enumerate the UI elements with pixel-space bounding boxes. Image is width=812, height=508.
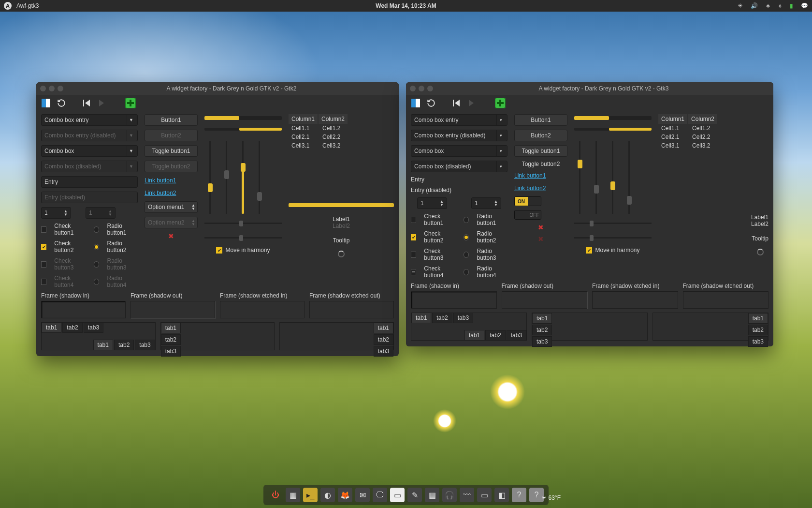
radio1[interactable]	[464, 217, 469, 223]
tab[interactable]: tab1	[374, 323, 393, 333]
bluetooth-icon[interactable]: ∗	[766, 2, 770, 9]
tab[interactable]: tab3	[453, 313, 473, 323]
button1[interactable]: Button1	[145, 114, 198, 126]
tab[interactable]: tab2	[485, 330, 505, 341]
refresh-icon[interactable]	[57, 98, 66, 108]
maximize-icon[interactable]	[58, 86, 63, 91]
check3[interactable]	[411, 252, 416, 258]
document-icon[interactable]: ▭	[390, 488, 405, 502]
tab[interactable]: tab1	[42, 322, 61, 333]
chat-icon[interactable]: 💬	[801, 2, 808, 9]
monitor-icon[interactable]: 🖵	[373, 488, 387, 502]
vslider-2[interactable]	[593, 141, 599, 214]
col-header[interactable]: Column2	[688, 114, 717, 124]
check4[interactable]	[411, 269, 416, 275]
maximize-icon[interactable]	[427, 86, 433, 91]
go-next-icon[interactable]	[98, 98, 108, 108]
tab[interactable]: tab1	[532, 313, 552, 324]
check1[interactable]	[411, 217, 416, 223]
app-icon[interactable]	[41, 98, 51, 108]
combo-box[interactable]: Combo box▼	[41, 145, 138, 157]
firefox-icon[interactable]: 🦊	[338, 488, 352, 502]
entry-field[interactable]: Entry	[41, 176, 138, 188]
hslider-2[interactable]	[574, 234, 652, 241]
vslider-4[interactable]	[256, 141, 262, 214]
help-icon[interactable]: ?	[512, 488, 526, 502]
radio2[interactable]	[94, 244, 99, 250]
add-button[interactable]	[125, 98, 136, 108]
tab[interactable]: tab2	[374, 334, 393, 345]
close-icon[interactable]	[40, 86, 46, 91]
tab[interactable]: tab3	[748, 336, 768, 347]
wifi-icon[interactable]: ⟡	[778, 2, 782, 9]
vslider-3[interactable]	[609, 141, 616, 214]
vslider-1[interactable]	[206, 141, 213, 214]
minimize-icon[interactable]	[419, 86, 424, 91]
calculator-icon[interactable]: ▦	[425, 488, 439, 502]
link2[interactable]: Link button2	[514, 185, 567, 192]
toggle1[interactable]: Toggle button1	[145, 145, 198, 157]
spin-button-2[interactable]: 1▲▼	[471, 197, 501, 209]
minimize-icon[interactable]	[49, 86, 55, 91]
tab[interactable]: tab1	[748, 313, 768, 324]
harmony-check[interactable]: ✔	[216, 247, 222, 254]
tab[interactable]: tab3	[532, 336, 552, 347]
link1[interactable]: Link button1	[145, 177, 198, 184]
hslider-2[interactable]	[204, 234, 282, 241]
toggle1[interactable]: Toggle button1	[514, 145, 567, 157]
switch-off[interactable]: OFF	[514, 210, 541, 220]
tab[interactable]: tab3	[84, 322, 103, 333]
vslider-4[interactable]	[625, 141, 632, 214]
weather-widget[interactable]: ☀ 63°F	[541, 494, 561, 501]
button2[interactable]: Button2	[514, 130, 567, 141]
spin-button[interactable]: 1▲▼	[41, 207, 71, 219]
link2[interactable]: Link button2	[145, 190, 198, 196]
terminal-icon[interactable]: ▸_	[303, 488, 318, 502]
radio4[interactable]	[464, 269, 469, 275]
combo-box[interactable]: Combo box▾	[411, 145, 508, 157]
option-menu1[interactable]: Option menu1▲▼	[145, 201, 198, 213]
col-header[interactable]: Column1	[289, 114, 318, 124]
tab[interactable]: tab1	[411, 313, 431, 323]
brush-icon[interactable]: ✎	[407, 488, 422, 502]
close-icon[interactable]	[410, 86, 416, 91]
app-icon[interactable]: ◧	[494, 488, 509, 502]
titlebar-gtk3[interactable]: A widget factory - Dark Grey n Gold GTK …	[406, 82, 773, 95]
activity-icon[interactable]: 〰	[460, 488, 474, 502]
tab[interactable]: tab1	[161, 323, 181, 333]
tab[interactable]: tab2	[114, 340, 134, 350]
files-icon[interactable]: ▦	[286, 488, 300, 502]
harmony-check[interactable]: ✔	[586, 247, 592, 254]
tab[interactable]: tab1	[464, 330, 484, 341]
hslider-1[interactable]	[204, 220, 282, 226]
check1[interactable]	[41, 226, 46, 233]
radio3[interactable]	[464, 252, 469, 258]
mail-icon[interactable]: ✉	[355, 488, 370, 502]
col-header[interactable]: Column2	[319, 114, 348, 124]
hslider-1[interactable]	[574, 220, 652, 226]
go-first-icon[interactable]	[83, 98, 92, 108]
switch-on[interactable]: ON	[514, 196, 541, 206]
check2[interactable]: ✔	[411, 234, 416, 240]
app-icon[interactable]	[411, 98, 420, 108]
treeview[interactable]: Column1Column2 Cell1.1Cell1.2 Cell2.1Cel…	[289, 114, 394, 150]
volume-icon[interactable]: 🔊	[751, 2, 758, 9]
button1[interactable]: Button1	[514, 114, 567, 126]
tab[interactable]: tab2	[161, 334, 181, 345]
tab[interactable]: tab3	[374, 346, 393, 357]
tab[interactable]: tab2	[748, 325, 768, 335]
tab[interactable]: tab2	[532, 325, 552, 335]
activities-icon[interactable]: A	[4, 2, 12, 10]
go-next-icon[interactable]	[468, 98, 478, 108]
treeview[interactable]: Column1Column2 Cell1.1Cell1.2 Cell2.1Cel…	[658, 114, 768, 150]
go-first-icon[interactable]	[452, 98, 462, 108]
combo-box-entry[interactable]: Combo box entry▼	[41, 114, 138, 126]
vslider-3[interactable]	[239, 141, 246, 214]
tab[interactable]: tab3	[135, 340, 155, 350]
radio1[interactable]	[94, 226, 99, 233]
chrome-icon[interactable]: ◐	[320, 488, 335, 502]
titlebar-gtk2[interactable]: A widget factory - Dark Grey n Gold GTK …	[36, 82, 399, 95]
power-icon[interactable]: ⏻	[268, 488, 283, 502]
link1[interactable]: Link button1	[514, 172, 567, 179]
add-button[interactable]	[495, 98, 506, 108]
